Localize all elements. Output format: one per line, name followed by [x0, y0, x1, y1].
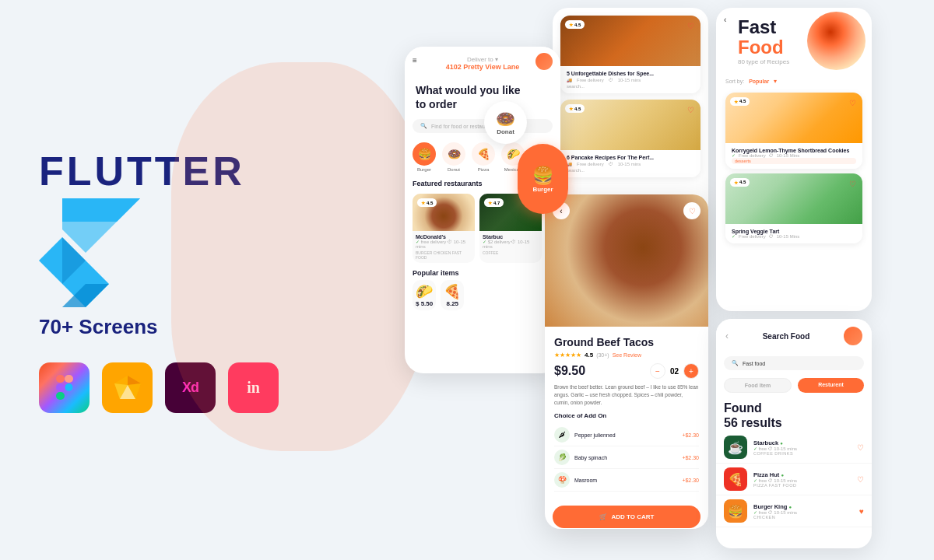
pizza-hut-verified: ●	[781, 473, 784, 478]
starbucks-result-name: Starbuck ●	[753, 439, 851, 446]
pizza-hut-logo-icon: 🍕	[728, 472, 743, 487]
delivery-address: 4102 Pretty View Lane	[416, 63, 550, 71]
search-header: ‹ Search Food	[716, 319, 872, 352]
pizza-hut-result-logo: 🍕	[724, 467, 747, 491]
search-input-bar[interactable]: 🔍 Fast food	[724, 356, 864, 370]
order-title: What would you liketo order	[405, 77, 560, 114]
phone4-back-btn[interactable]: ‹	[724, 16, 726, 24]
search-back-btn[interactable]: ‹	[725, 331, 729, 341]
burger-king-fav-btn[interactable]: ♥	[859, 507, 864, 516]
popular-item-2-emoji: 🍕	[444, 283, 461, 300]
addon-pepper-name: Pepper julienned	[574, 432, 616, 438]
addon-pepper: 🌶 Pepper julienned +$2.30	[554, 424, 699, 446]
search-icon-5: 🔍	[732, 360, 739, 366]
search-result-pizza-hut[interactable]: 🍕 Pizza Hut ● ✓ free ⏱ 10-15 mins PIZZA …	[716, 464, 872, 495]
taco-stars: ★★★★★	[554, 352, 581, 359]
category-donut[interactable]: 🍩 Donut	[442, 142, 465, 172]
popular-item-1-price: $ 5.50	[416, 300, 433, 307]
pizza-hut-fav-btn[interactable]: ♡	[857, 475, 864, 484]
results-count: 56 results	[724, 416, 782, 429]
starbucks-rating: ★4.7	[484, 198, 504, 207]
recipe-card-2-heart[interactable]: ♡	[687, 106, 694, 114]
addon-spinach: 🥬 Baby spinach +$2.30	[554, 446, 699, 469]
popular-item-2[interactable]: 🍕 8.25	[441, 280, 464, 310]
search-result-starbucks[interactable]: ☕ Starbuck ● ✓ free ⏱ 10-15 mins COFFEE …	[716, 432, 872, 464]
pizza-art	[807, 12, 866, 70]
add-to-cart-button[interactable]: 🛒 ADD TO CART	[553, 506, 700, 528]
sort-label: Sort by:	[725, 79, 744, 84]
burger-category-icon: 🍔	[413, 142, 436, 166]
recipe-cookies-card[interactable]: ★ 4.5 ♡ Korrygeld Lemon-Thyme Shortbread…	[725, 93, 862, 169]
burger-emoji: 🍔	[532, 166, 553, 186]
add-to-cart-label: ADD TO CART	[612, 513, 655, 520]
food-search-bar[interactable]: 🔍 Find for food or restaurant...	[413, 119, 553, 133]
recipe-card-2-rating: ★ 4.5	[565, 104, 585, 113]
popular-item-1[interactable]: 🌮 $ 5.50	[413, 280, 436, 310]
floating-burger-icon[interactable]: 🍔 Burger	[518, 144, 568, 214]
user-avatar[interactable]	[535, 53, 553, 70]
taco-description: Brown the beef better. Lean ground beef …	[554, 383, 699, 406]
category-pizza[interactable]: 🍕 Pizza	[472, 142, 495, 172]
results-header: Found 56 results	[716, 396, 872, 432]
restaurant-filter[interactable]: Resturent	[798, 378, 864, 393]
search-result-burger-king[interactable]: 🍔 Burger King ● ✓ free ⏱ 10-15 mins CHIC…	[716, 495, 872, 527]
floating-donut-icon[interactable]: 🍩 Donat	[484, 101, 527, 144]
mcdonalds-meta: ✓ free delivery ⏱ 10-15 mins	[416, 240, 472, 249]
cookies-fav-btn[interactable]: ♡	[849, 99, 856, 107]
starbucks-fav-btn[interactable]: ♡	[857, 443, 864, 452]
addon-pepper-left: 🌶 Pepper julienned	[554, 427, 616, 443]
svg-marker-1	[62, 198, 140, 222]
phone-search-results: ‹ Search Food 🔍 Fast food Food Item Rest…	[716, 319, 872, 548]
recipe-card-1-rating: ★ 4.5	[565, 20, 585, 29]
category-burger[interactable]: 🍔 Burger	[413, 142, 436, 172]
sort-value[interactable]: Popular	[749, 79, 769, 84]
quantity-increase-btn[interactable]: +	[683, 363, 699, 379]
pizza-hero-image	[807, 12, 866, 70]
starbucks-meta: ✓ $2 delivery ⏱ 10-15 mins	[483, 240, 539, 249]
starbucks-name: Starbuc	[483, 234, 539, 240]
restaurant-card-mcdonalds[interactable]: ★4.5 McDonald's ✓ free delivery ⏱ 10-15 …	[413, 194, 475, 263]
starbucks-tags: COFFEE	[483, 250, 539, 255]
recipe-card-1-image: ★ 4.5 ♡	[560, 16, 700, 66]
filter-row: Food Item Resturent	[716, 375, 872, 396]
taco-reviews-count: (30+)	[596, 352, 609, 358]
donut-emoji: 🍩	[496, 110, 515, 128]
pizza-hut-result-info: Pizza Hut ● ✓ free ⏱ 10-15 mins PIZZA FA…	[753, 471, 851, 488]
food-item-filter[interactable]: Food Item	[724, 378, 792, 393]
svg-rect-9	[56, 392, 65, 400]
donut-category-icon: 🍩	[442, 142, 465, 166]
see-review-link[interactable]: See Review	[613, 352, 641, 358]
addon-spinach-left: 🥬 Baby spinach	[554, 450, 607, 465]
starbucks-result-tags: COFFEE DRINKS	[753, 451, 851, 456]
recipe-card-2-meta: 🚚 Free delivery ⏱ 10-15 mins	[567, 162, 694, 166]
recipe-card-2-info: 6 Pancake Recipes For The Perf... 🚚 Free…	[560, 150, 700, 177]
burger-king-result-logo: 🍔	[724, 499, 747, 523]
favorite-button[interactable]: ♡	[683, 202, 700, 219]
mcdonalds-info: McDonald's ✓ free delivery ⏱ 10-15 mins …	[413, 231, 475, 263]
cookies-name: Korrygeld Lemon-Thyme Shortbread Cookies	[732, 148, 856, 153]
menu-icon[interactable]: ≡	[413, 56, 417, 65]
burger-king-result-info: Burger King ● ✓ free ⏱ 10-15 mins CHICKE…	[753, 503, 853, 520]
sketch-icon	[102, 362, 153, 413]
popular-item-1-emoji: 🌮	[416, 283, 433, 300]
taco-hero-image: ‹ ♡	[545, 194, 708, 327]
addon-mushroom-left: 🍄 Masroom	[554, 472, 597, 488]
recipe-card-1-heart[interactable]: ♡	[687, 22, 694, 30]
search-hint-1: search...	[567, 84, 694, 89]
svg-marker-12	[114, 376, 128, 385]
popular-item-2-price: 8.25	[444, 300, 461, 307]
taco-title: Ground Beef Tacos	[554, 336, 699, 348]
quantity-decrease-btn[interactable]: −	[650, 363, 665, 379]
mcdonalds-name: McDonald's	[416, 234, 472, 240]
search-value-display: Fast food	[743, 361, 765, 366]
recipe-veggie-card[interactable]: ★ 4.5 ♡ Spring Veggie Tart ✓ Free delive…	[725, 173, 862, 243]
veggie-fav-btn[interactable]: ♡	[849, 180, 856, 188]
delivery-icon-1: 🚚	[567, 78, 572, 82]
sort-row: Sort by: Popular ▾	[716, 75, 872, 88]
veggie-name: Spring Veggie Tart	[732, 229, 856, 234]
cookies-meta: ✓ Free delivery ⏱ 10-15 Mins	[732, 153, 856, 158]
cart-icon: 🛒	[599, 513, 607, 520]
deliver-label: Deliver to ▾	[416, 56, 550, 63]
taco-rating-num: 4.5	[585, 352, 593, 359]
search-user-avatar	[844, 327, 862, 345]
